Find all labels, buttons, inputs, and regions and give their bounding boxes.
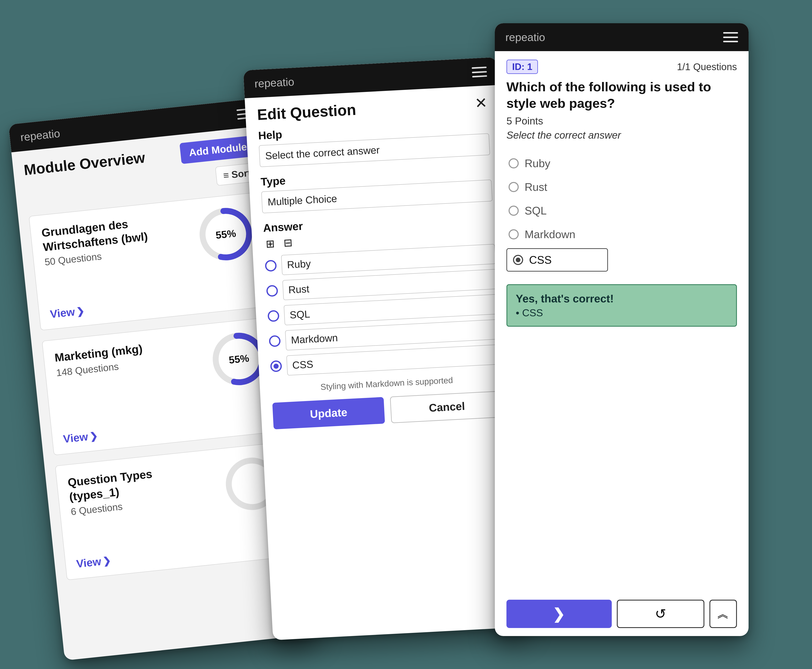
update-button[interactable]: Update xyxy=(272,397,385,429)
chevron-right-icon: ❯ xyxy=(89,430,98,442)
chevron-right-icon: ❯ xyxy=(76,305,85,317)
answer-text-input[interactable] xyxy=(284,294,499,325)
app-titlebar: repeatio xyxy=(495,23,748,51)
answer-correct-radio[interactable] xyxy=(265,260,277,272)
answer-correct-radio[interactable] xyxy=(269,335,281,347)
module-card: Question Types (types_1) 6 Questions Vie… xyxy=(55,442,298,580)
cancel-button[interactable]: Cancel xyxy=(390,391,504,423)
screen-edit-question: repeatio Edit Question ✕ Help Type Answe… xyxy=(243,57,527,640)
add-module-button[interactable]: Add Module xyxy=(180,135,256,164)
radio-icon xyxy=(513,255,523,265)
next-button[interactable]: ❯ xyxy=(507,600,612,628)
answer-correct-radio[interactable] xyxy=(268,310,280,322)
quiz-option-label: Ruby xyxy=(525,157,550,170)
answer-text-input[interactable] xyxy=(281,244,496,275)
answer-text-input[interactable] xyxy=(282,269,497,300)
answer-text-input[interactable] xyxy=(285,319,500,351)
radio-icon xyxy=(509,182,519,192)
retry-button[interactable]: ↺ xyxy=(617,600,704,628)
menu-icon[interactable] xyxy=(472,67,487,77)
markdown-hint: Styling with Markdown is supported xyxy=(271,373,502,394)
question-counter: 1/1 Questions xyxy=(677,61,737,72)
feedback-item: • CSS xyxy=(516,307,728,319)
quiz-option[interactable]: Markdown xyxy=(507,222,737,246)
menu-icon[interactable] xyxy=(723,32,738,42)
quiz-option-label: CSS xyxy=(529,254,552,266)
question-points: 5 Points xyxy=(507,115,737,127)
view-module-link[interactable]: View❯ xyxy=(62,429,99,445)
app-name: repeatio xyxy=(505,31,545,44)
app-name: repeatio xyxy=(20,127,61,144)
chevron-right-icon: ❯ xyxy=(102,555,111,567)
progress-donut: 55% xyxy=(195,204,256,264)
sort-icon: ≡ xyxy=(223,169,229,181)
quiz-option-label: SQL xyxy=(525,204,547,217)
feedback-title: Yes, that's correct! xyxy=(516,292,728,305)
chevron-right-icon: ❯ xyxy=(553,606,565,622)
module-card: Grundlagen des Wirtschaftens (bwl) 50 Qu… xyxy=(29,192,272,331)
view-module-link[interactable]: View❯ xyxy=(76,554,112,570)
progress-percent: 55% xyxy=(195,204,256,264)
remove-row-icon[interactable]: ⊟ xyxy=(281,236,295,250)
screen-quiz-question: repeatio ID: 1 1/1 Questions Which of th… xyxy=(495,23,748,636)
view-module-link[interactable]: View❯ xyxy=(49,304,86,321)
radio-icon xyxy=(509,206,519,216)
quiz-option-label: Rust xyxy=(525,181,547,193)
question-help: Select the correct answer xyxy=(507,129,737,141)
quiz-option[interactable]: Rust xyxy=(507,175,737,199)
close-icon[interactable]: ✕ xyxy=(475,95,488,111)
answer-correct-radio[interactable] xyxy=(270,360,282,372)
scroll-top-button[interactable]: ︽ xyxy=(709,600,737,628)
module-card: Marketing (mkg) 148 Questions 55% View❯ xyxy=(42,317,285,456)
quiz-option[interactable]: Ruby xyxy=(507,151,737,175)
app-name: repeatio xyxy=(254,76,295,90)
radio-icon xyxy=(509,229,519,239)
answer-text-input[interactable] xyxy=(286,344,501,375)
add-row-icon[interactable]: ⊞ xyxy=(264,237,277,250)
quiz-option-selected[interactable]: CSS xyxy=(507,248,608,272)
answer-correct-radio[interactable] xyxy=(266,285,278,297)
feedback-panel: Yes, that's correct! • CSS xyxy=(507,284,737,327)
undo-icon: ↺ xyxy=(655,606,666,622)
quiz-option[interactable]: SQL xyxy=(507,199,737,222)
question-id-badge: ID: 1 xyxy=(507,60,538,74)
chevron-up-icon: ︽ xyxy=(717,606,729,622)
page-title: Module Overview xyxy=(23,149,146,178)
question-title: Which of the following is used to style … xyxy=(507,79,737,111)
radio-icon xyxy=(509,158,519,168)
editor-title: Edit Question xyxy=(257,101,357,123)
quiz-option-label: Markdown xyxy=(525,228,575,241)
